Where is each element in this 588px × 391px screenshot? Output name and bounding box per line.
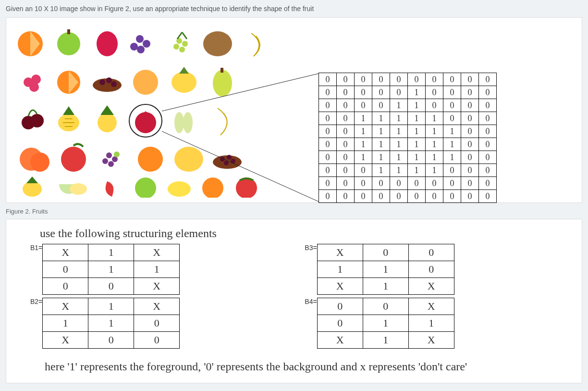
cell: 0 (426, 99, 443, 112)
svg-point-23 (213, 70, 232, 97)
cell: 1 (390, 164, 408, 177)
cell: 0 (443, 190, 461, 203)
svg-point-7 (137, 46, 145, 53)
cell: X (43, 332, 88, 349)
svg-point-1 (57, 32, 80, 55)
svg-point-49 (70, 183, 87, 195)
cell: 1 (426, 138, 443, 151)
cell: 0 (317, 315, 363, 332)
cell: X (43, 244, 88, 261)
cell: 0 (337, 125, 355, 138)
cell: 0 (390, 190, 408, 203)
cell: 0 (443, 177, 461, 190)
cell: 1 (372, 151, 390, 164)
cell: 0 (426, 86, 443, 99)
cell: 1 (363, 332, 408, 349)
cell: 1 (390, 151, 408, 164)
cell: 0 (372, 86, 390, 99)
svg-point-31 (174, 112, 184, 133)
cell: 0 (355, 177, 372, 190)
cell: 0 (443, 86, 461, 99)
cell: 0 (337, 112, 355, 125)
cell: 1 (88, 244, 134, 261)
cell: 1 (443, 138, 461, 151)
cell: 1 (390, 138, 408, 151)
cell: X (317, 332, 363, 349)
cell: 0 (479, 177, 497, 190)
cell: 0 (479, 164, 497, 177)
cell: 0 (408, 190, 426, 203)
svg-point-9 (182, 41, 188, 47)
cell: 1 (408, 86, 426, 99)
svg-point-21 (133, 70, 158, 95)
svg-point-48 (23, 181, 42, 197)
svg-point-30 (135, 112, 156, 133)
svg-point-22 (172, 72, 196, 93)
svg-rect-2 (67, 29, 70, 34)
se-b4-table: 00X011X1X (317, 298, 454, 349)
question-text: Given an 10 X 10 image show in Figure 2,… (0, 0, 588, 15)
cell: 0 (337, 99, 355, 112)
cell: 0 (355, 164, 372, 177)
cell: 0 (355, 73, 372, 86)
cell: 0 (443, 73, 461, 86)
svg-point-42 (174, 147, 203, 172)
cell: 0 (88, 332, 134, 349)
cell: 0 (408, 177, 426, 190)
svg-point-15 (29, 82, 39, 92)
cell: X (134, 298, 180, 315)
cell: 1 (363, 315, 408, 332)
cell: 0 (461, 138, 479, 151)
cell: 0 (355, 99, 372, 112)
cell: 0 (337, 73, 355, 86)
svg-point-3 (97, 31, 118, 56)
cell: 0 (390, 86, 408, 99)
cell: 0 (408, 73, 426, 86)
cell: 1 (363, 278, 408, 295)
cell: 1 (408, 125, 426, 138)
cell: 1 (408, 164, 426, 177)
svg-point-19 (106, 77, 112, 83)
cell: 0 (337, 177, 355, 190)
cell: 1 (390, 112, 408, 125)
svg-point-40 (114, 151, 120, 157)
cell: 1 (408, 315, 454, 332)
cell: 0 (479, 190, 497, 203)
cell: 1 (355, 112, 372, 125)
cell: 1 (443, 125, 461, 138)
cell: 1 (355, 138, 372, 151)
svg-point-47 (224, 161, 229, 165)
cell: 1 (355, 125, 372, 138)
cell: 0 (461, 164, 479, 177)
se-note-text: here '1' represents the foreground, '0' … (45, 360, 572, 373)
svg-point-32 (183, 112, 193, 133)
cell: 0 (337, 190, 355, 203)
svg-rect-24 (220, 68, 223, 73)
structuring-elements-panel: use the following structuring elements B… (6, 219, 582, 383)
cell: X (408, 298, 454, 315)
cell: 0 (337, 138, 355, 151)
cell: 0 (319, 190, 337, 203)
cell: 0 (337, 151, 355, 164)
cell: 1 (43, 315, 88, 332)
cell: 0 (372, 190, 390, 203)
label-b2: B2= (30, 298, 42, 305)
cell: 1 (372, 164, 390, 177)
figure-caption: Figure 2. Fruits (0, 205, 588, 217)
cell: 1 (317, 261, 363, 278)
cell: 0 (319, 112, 337, 125)
cell: 1 (355, 151, 372, 164)
cell: 0 (479, 151, 497, 164)
cell: 0 (443, 99, 461, 112)
cell: 0 (443, 112, 461, 125)
svg-point-52 (202, 177, 223, 198)
cell: 0 (479, 73, 497, 86)
cell: 1 (426, 151, 443, 164)
cell: 0 (461, 190, 479, 203)
cell: 1 (426, 164, 443, 177)
cell: 0 (319, 164, 337, 177)
cell: 0 (461, 125, 479, 138)
svg-point-50 (135, 177, 156, 198)
cell: X (408, 278, 454, 295)
svg-point-35 (61, 147, 86, 172)
